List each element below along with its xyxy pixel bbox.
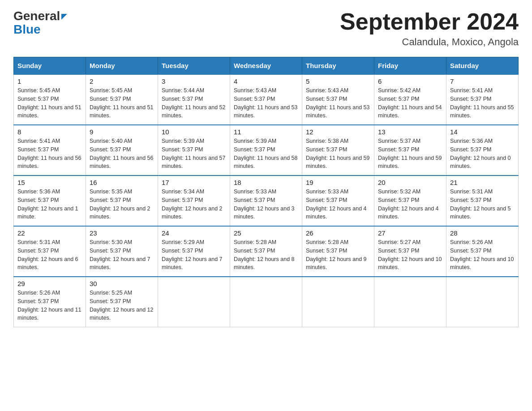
calendar-week-row: 29 Sunrise: 5:26 AMSunset: 5:37 PMDaylig… — [14, 277, 519, 327]
day-number: 20 — [378, 179, 442, 186]
day-number: 18 — [234, 179, 298, 186]
calendar-week-row: 1 Sunrise: 5:45 AMSunset: 5:37 PMDayligh… — [14, 74, 519, 125]
day-number: 16 — [90, 179, 154, 186]
day-number: 15 — [17, 179, 82, 186]
title-section: September 2024 Calandula, Moxico, Angola — [340, 9, 519, 48]
calendar-day-cell: 26 Sunrise: 5:28 AMSunset: 5:37 PMDaylig… — [302, 226, 374, 277]
day-number: 7 — [450, 77, 515, 85]
day-info: Sunrise: 5:42 AMSunset: 5:37 PMDaylight:… — [378, 87, 442, 119]
day-number: 21 — [450, 179, 515, 186]
calendar-day-cell — [446, 277, 519, 327]
day-number: 22 — [17, 229, 82, 237]
day-info: Sunrise: 5:25 AMSunset: 5:37 PMDaylight:… — [90, 290, 153, 321]
calendar-day-cell: 3 Sunrise: 5:44 AMSunset: 5:37 PMDayligh… — [158, 74, 230, 125]
day-info: Sunrise: 5:36 AMSunset: 5:37 PMDaylight:… — [450, 138, 511, 169]
calendar-day-cell: 20 Sunrise: 5:32 AMSunset: 5:37 PMDaylig… — [374, 176, 446, 226]
day-number: 17 — [162, 179, 226, 186]
day-info: Sunrise: 5:40 AMSunset: 5:37 PMDaylight:… — [90, 138, 153, 169]
day-info: Sunrise: 5:41 AMSunset: 5:37 PMDaylight:… — [17, 138, 81, 169]
calendar-day-cell: 13 Sunrise: 5:37 AMSunset: 5:37 PMDaylig… — [374, 125, 446, 176]
calendar-day-cell: 29 Sunrise: 5:26 AMSunset: 5:37 PMDaylig… — [14, 277, 86, 327]
day-info: Sunrise: 5:43 AMSunset: 5:37 PMDaylight:… — [234, 87, 297, 119]
calendar-day-header: Wednesday — [230, 57, 302, 75]
calendar-day-cell: 24 Sunrise: 5:29 AMSunset: 5:37 PMDaylig… — [158, 226, 230, 277]
calendar-day-cell — [230, 277, 302, 327]
day-number: 28 — [450, 229, 515, 237]
calendar-day-cell: 4 Sunrise: 5:43 AMSunset: 5:37 PMDayligh… — [230, 74, 302, 125]
day-info: Sunrise: 5:28 AMSunset: 5:37 PMDaylight:… — [234, 239, 295, 270]
calendar-day-cell: 15 Sunrise: 5:36 AMSunset: 5:37 PMDaylig… — [14, 176, 86, 226]
calendar-day-cell: 28 Sunrise: 5:26 AMSunset: 5:37 PMDaylig… — [446, 226, 519, 277]
day-info: Sunrise: 5:28 AMSunset: 5:37 PMDaylight:… — [306, 239, 367, 270]
day-info: Sunrise: 5:29 AMSunset: 5:37 PMDaylight:… — [162, 239, 223, 270]
calendar-week-row: 8 Sunrise: 5:41 AMSunset: 5:37 PMDayligh… — [14, 125, 519, 176]
day-info: Sunrise: 5:30 AMSunset: 5:37 PMDaylight:… — [90, 239, 150, 270]
calendar-day-cell — [158, 277, 230, 327]
day-number: 9 — [90, 128, 154, 136]
calendar-week-row: 15 Sunrise: 5:36 AMSunset: 5:37 PMDaylig… — [14, 176, 519, 226]
day-number: 13 — [378, 128, 442, 136]
calendar-day-cell: 25 Sunrise: 5:28 AMSunset: 5:37 PMDaylig… — [230, 226, 302, 277]
calendar-day-cell: 30 Sunrise: 5:25 AMSunset: 5:37 PMDaylig… — [86, 277, 158, 327]
calendar-table: SundayMondayTuesdayWednesdayThursdayFrid… — [13, 57, 519, 327]
day-info: Sunrise: 5:43 AMSunset: 5:37 PMDaylight:… — [306, 87, 369, 119]
calendar-day-cell: 1 Sunrise: 5:45 AMSunset: 5:37 PMDayligh… — [14, 74, 86, 125]
day-info: Sunrise: 5:33 AMSunset: 5:37 PMDaylight:… — [306, 188, 367, 220]
day-info: Sunrise: 5:31 AMSunset: 5:37 PMDaylight:… — [450, 188, 511, 220]
calendar-day-header: Thursday — [302, 57, 374, 75]
day-number: 10 — [162, 128, 226, 136]
day-number: 2 — [90, 77, 154, 85]
day-info: Sunrise: 5:45 AMSunset: 5:37 PMDaylight:… — [90, 87, 153, 119]
day-info: Sunrise: 5:32 AMSunset: 5:37 PMDaylight:… — [378, 188, 439, 220]
calendar-day-cell — [302, 277, 374, 327]
day-info: Sunrise: 5:27 AMSunset: 5:37 PMDaylight:… — [378, 239, 442, 270]
day-number: 19 — [306, 179, 370, 186]
day-number: 4 — [234, 77, 298, 85]
calendar-day-header: Saturday — [446, 57, 519, 75]
calendar-week-row: 22 Sunrise: 5:31 AMSunset: 5:37 PMDaylig… — [14, 226, 519, 277]
day-number: 3 — [162, 77, 226, 85]
day-info: Sunrise: 5:45 AMSunset: 5:37 PMDaylight:… — [17, 87, 81, 119]
day-info: Sunrise: 5:36 AMSunset: 5:37 PMDaylight:… — [17, 188, 78, 220]
day-number: 6 — [378, 77, 442, 85]
day-number: 30 — [90, 280, 154, 287]
calendar-day-cell: 5 Sunrise: 5:43 AMSunset: 5:37 PMDayligh… — [302, 74, 374, 125]
month-title: September 2024 — [340, 9, 519, 34]
calendar-day-cell: 11 Sunrise: 5:39 AMSunset: 5:37 PMDaylig… — [230, 125, 302, 176]
calendar-day-cell: 9 Sunrise: 5:40 AMSunset: 5:37 PMDayligh… — [86, 125, 158, 176]
calendar-day-cell: 6 Sunrise: 5:42 AMSunset: 5:37 PMDayligh… — [374, 74, 446, 125]
day-number: 11 — [234, 128, 298, 136]
calendar-day-header: Sunday — [14, 57, 86, 75]
day-info: Sunrise: 5:34 AMSunset: 5:37 PMDaylight:… — [162, 188, 223, 220]
day-info: Sunrise: 5:37 AMSunset: 5:37 PMDaylight:… — [378, 138, 442, 169]
day-info: Sunrise: 5:44 AMSunset: 5:37 PMDaylight:… — [162, 87, 225, 119]
calendar-day-header: Monday — [86, 57, 158, 75]
day-number: 27 — [378, 229, 442, 237]
calendar-day-cell: 16 Sunrise: 5:35 AMSunset: 5:37 PMDaylig… — [86, 176, 158, 226]
day-number: 8 — [17, 128, 82, 136]
day-number: 12 — [306, 128, 370, 136]
day-info: Sunrise: 5:41 AMSunset: 5:37 PMDaylight:… — [450, 87, 514, 119]
day-info: Sunrise: 5:35 AMSunset: 5:37 PMDaylight:… — [90, 188, 150, 220]
day-info: Sunrise: 5:26 AMSunset: 5:37 PMDaylight:… — [17, 290, 81, 321]
logo-blue-text: Blue — [13, 23, 67, 36]
day-info: Sunrise: 5:39 AMSunset: 5:37 PMDaylight:… — [162, 138, 225, 169]
day-info: Sunrise: 5:38 AMSunset: 5:37 PMDaylight:… — [306, 138, 369, 169]
calendar-day-cell — [374, 277, 446, 327]
calendar-day-cell: 18 Sunrise: 5:33 AMSunset: 5:37 PMDaylig… — [230, 176, 302, 226]
calendar-day-cell: 23 Sunrise: 5:30 AMSunset: 5:37 PMDaylig… — [86, 226, 158, 277]
calendar-day-cell: 17 Sunrise: 5:34 AMSunset: 5:37 PMDaylig… — [158, 176, 230, 226]
day-number: 1 — [17, 77, 82, 85]
location-subtitle: Calandula, Moxico, Angola — [340, 36, 519, 48]
day-info: Sunrise: 5:39 AMSunset: 5:37 PMDaylight:… — [234, 138, 297, 169]
day-info: Sunrise: 5:33 AMSunset: 5:37 PMDaylight:… — [234, 188, 295, 220]
day-number: 29 — [17, 280, 82, 287]
logo: General Blue — [13, 9, 67, 36]
day-info: Sunrise: 5:31 AMSunset: 5:37 PMDaylight:… — [17, 239, 78, 270]
day-number: 23 — [90, 229, 154, 237]
day-number: 14 — [450, 128, 515, 136]
calendar-header-row: SundayMondayTuesdayWednesdayThursdayFrid… — [14, 57, 519, 75]
calendar-day-cell: 12 Sunrise: 5:38 AMSunset: 5:37 PMDaylig… — [302, 125, 374, 176]
calendar-day-cell: 2 Sunrise: 5:45 AMSunset: 5:37 PMDayligh… — [86, 74, 158, 125]
calendar-day-cell: 22 Sunrise: 5:31 AMSunset: 5:37 PMDaylig… — [14, 226, 86, 277]
